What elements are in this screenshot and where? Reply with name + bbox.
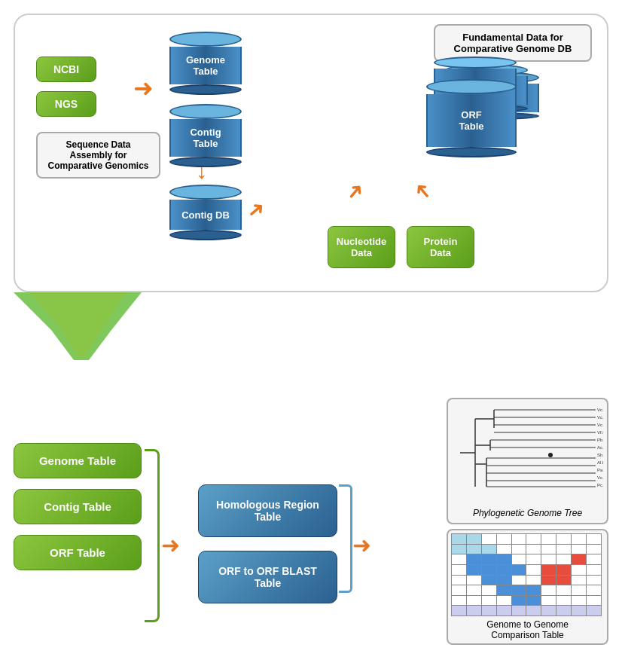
left-bracket bbox=[145, 449, 160, 622]
heatmap-cell bbox=[452, 606, 466, 615]
contig-table-label: ContigTable bbox=[190, 127, 221, 149]
heatmap-cell bbox=[541, 545, 556, 554]
heatmap-cell bbox=[512, 576, 526, 585]
heatmap-cell bbox=[467, 576, 481, 585]
heatmap-cell bbox=[467, 585, 481, 595]
heatmap-cell bbox=[452, 534, 466, 544]
heatmap-cell bbox=[572, 576, 586, 585]
genome-table-label: GenomeTable bbox=[186, 54, 225, 77]
heatmap-cell bbox=[467, 606, 481, 615]
svg-text:Pa.hal-77395768: Pa.hal-77395768 bbox=[597, 468, 603, 472]
heatmap-cell bbox=[572, 585, 586, 595]
left-table-boxes: Genome Table Contig Table ORF Table bbox=[14, 443, 142, 570]
heatmap-box: Genome to GenomeComparison Table bbox=[447, 529, 608, 645]
heatmap-cell bbox=[512, 565, 526, 575]
heatmap-cell bbox=[541, 576, 556, 585]
heatmap-cell bbox=[497, 554, 511, 564]
arrow-contig-to-orf: ➜ bbox=[241, 194, 270, 225]
heatmap-cell bbox=[572, 545, 586, 554]
heatmap-cell bbox=[572, 606, 586, 615]
heatmap-cell bbox=[452, 554, 466, 564]
heatmap-cell bbox=[541, 565, 556, 575]
nucleotide-data-button[interactable]: NucleotideData bbox=[328, 226, 395, 268]
protein-label[interactable]: ProteinData bbox=[407, 226, 474, 268]
middle-section: Genome Table Contig Table ORF Table ➜ Ho… bbox=[14, 360, 608, 672]
heatmap-cell bbox=[587, 606, 601, 615]
nucleotide-label[interactable]: NucleotideData bbox=[328, 226, 395, 268]
ncbi-button[interactable]: NCBI bbox=[36, 57, 96, 82]
heatmap-cell bbox=[526, 565, 541, 575]
heatmap-cell bbox=[526, 606, 541, 615]
heatmap-cell bbox=[526, 596, 541, 606]
phylo-tree-svg: Vc.val-272a5709 Vc.pal-26899004 Vc.fis-4… bbox=[453, 404, 603, 502]
svg-text:Vc.fis-43642364: Vc.fis-43642364 bbox=[597, 423, 603, 427]
contig-db-label: Contig DB bbox=[181, 209, 230, 221]
svg-text:Vf.fla-59732439: Vf.fla-59732439 bbox=[597, 430, 603, 435]
heatmap-cell bbox=[497, 565, 511, 575]
heatmap-cell bbox=[512, 596, 526, 606]
orf-table-box[interactable]: ORF Table bbox=[14, 535, 142, 570]
heatmap-cell bbox=[587, 585, 601, 595]
heatmap-cell bbox=[572, 554, 586, 564]
heatmap-cell bbox=[526, 576, 541, 585]
homologous-region-box: Homologous RegionTable bbox=[198, 484, 337, 537]
heatmap-cell bbox=[497, 576, 511, 585]
ngs-button[interactable]: NGS bbox=[36, 91, 96, 117]
heatmap-cell bbox=[541, 554, 556, 564]
heatmap-cell bbox=[467, 596, 481, 606]
heatmap-cell bbox=[467, 534, 481, 544]
svg-text:Pb.pro-54388134: Pb.pro-54388134 bbox=[597, 438, 603, 442]
heatmap-cell bbox=[541, 534, 556, 544]
top-section: Fundamental Data forComparative Genome D… bbox=[14, 14, 608, 292]
svg-text:Sh.one-24374720: Sh.one-24374720 bbox=[597, 453, 603, 457]
heatmap-cell bbox=[556, 596, 571, 606]
heatmap-cell bbox=[526, 534, 541, 544]
heatmap-cell bbox=[587, 554, 601, 564]
heatmap-cell bbox=[572, 596, 586, 606]
phylo-tree-label: Phylogenetic Genome Tree bbox=[453, 508, 602, 518]
heatmap-cell bbox=[482, 596, 496, 606]
svg-text:Vc.pro-71278344: Vc.pro-71278344 bbox=[597, 475, 603, 480]
heatmap-cell bbox=[482, 534, 496, 544]
right-bracket bbox=[339, 484, 352, 593]
contig-db-cylinder: Contig DB bbox=[169, 185, 242, 240]
heatmap-cell bbox=[452, 565, 466, 575]
heatmap-cell bbox=[526, 545, 541, 554]
heatmap-cell bbox=[497, 596, 511, 606]
fundamental-data-label: Fundamental Data forComparative Genome D… bbox=[454, 32, 572, 54]
heatmap-cell bbox=[541, 596, 556, 606]
heatmap-cell bbox=[512, 606, 526, 615]
heatmap-cell bbox=[452, 585, 466, 595]
contig-table-box[interactable]: Contig Table bbox=[14, 489, 142, 524]
heatmap-cell bbox=[556, 565, 571, 575]
heatmap-cell bbox=[482, 545, 496, 554]
heatmap-cell bbox=[587, 565, 601, 575]
svg-text:Vc.pal-26899004: Vc.pal-26899004 bbox=[597, 415, 603, 420]
heatmap-cell bbox=[467, 545, 481, 554]
phylogenetic-tree-box: Vc.val-272a5709 Vc.pal-26899004 Vc.fis-4… bbox=[447, 398, 608, 524]
svg-text:Al.his-56460223: Al.his-56460223 bbox=[597, 460, 603, 465]
orf-table-label: ORFTable bbox=[459, 109, 484, 132]
green-funnel-svg bbox=[14, 292, 142, 360]
seq-assembly-box: Sequence Data Assembly forComparative Ge… bbox=[36, 132, 160, 179]
contig-table-cylinder: ContigTable bbox=[169, 104, 242, 167]
heatmap-cell bbox=[541, 585, 556, 595]
heatmap-cell bbox=[572, 565, 586, 575]
input-sources: NCBI NGS bbox=[36, 57, 96, 117]
orf-table-cylinder: ORFTable bbox=[426, 79, 517, 157]
heatmap-cell bbox=[556, 585, 571, 595]
heatmap-cell bbox=[556, 576, 571, 585]
homologous-region-label: Homologous RegionTable bbox=[216, 499, 319, 523]
heatmap-cell bbox=[587, 596, 601, 606]
svg-text:Vc.val-272a5709: Vc.val-272a5709 bbox=[597, 408, 603, 412]
heatmap-cell bbox=[497, 606, 511, 615]
funnel-section bbox=[14, 292, 608, 360]
heatmap-cell bbox=[526, 585, 541, 595]
protein-data-button[interactable]: ProteinData bbox=[407, 226, 474, 268]
genome-table-box[interactable]: Genome Table bbox=[14, 443, 142, 478]
heatmap-cell bbox=[587, 534, 601, 544]
heatmap-cell bbox=[556, 554, 571, 564]
heatmap-cell bbox=[452, 576, 466, 585]
heatmap-cell bbox=[452, 596, 466, 606]
heatmap-cell bbox=[452, 545, 466, 554]
